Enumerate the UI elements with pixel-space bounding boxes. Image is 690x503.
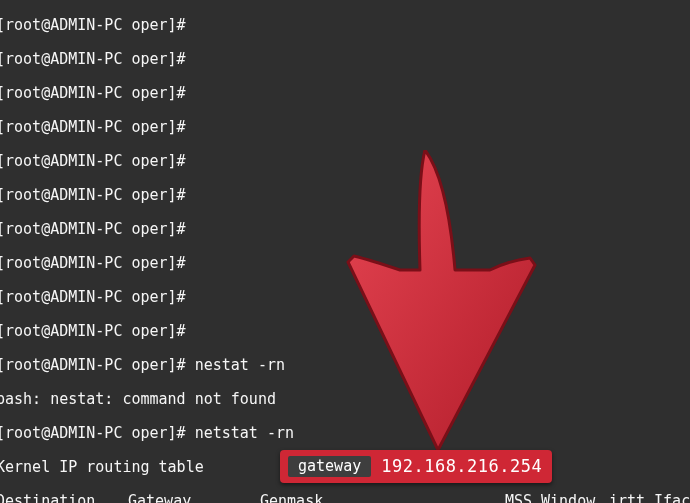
callout-value: 192.168.216.254 (381, 458, 542, 475)
gateway-callout: gateway 192.168.216.254 (280, 450, 552, 483)
command-line: [root@ADMIN-PC oper]# netstat -rn (0, 425, 690, 442)
prompt-line: [root@ADMIN-PC oper]# (0, 187, 690, 204)
error-line: bash: nestat: command not found (0, 391, 690, 408)
terminal-window[interactable]: [root@ADMIN-PC oper]# [root@ADMIN-PC ope… (0, 0, 690, 503)
command-text: netstat -rn (195, 424, 294, 442)
route-header: DestinationGatewayGenmaskMSS Windowirtt … (0, 493, 690, 503)
prompt-line: [root@ADMIN-PC oper]# (0, 17, 690, 34)
prompt-line: [root@ADMIN-PC oper]# (0, 85, 690, 102)
command-text: nestat -rn (195, 356, 285, 374)
prompt-line: [root@ADMIN-PC oper]# (0, 323, 690, 340)
command-line: [root@ADMIN-PC oper]# nestat -rn (0, 357, 690, 374)
prompt-line: [root@ADMIN-PC oper]# (0, 289, 690, 306)
prompt-line: [root@ADMIN-PC oper]# (0, 153, 690, 170)
prompt-line: [root@ADMIN-PC oper]# (0, 255, 690, 272)
prompt-line: [root@ADMIN-PC oper]# (0, 51, 690, 68)
callout-label: gateway (288, 456, 371, 477)
prompt-line: [root@ADMIN-PC oper]# (0, 221, 690, 238)
prompt-line: [root@ADMIN-PC oper]# (0, 119, 690, 136)
